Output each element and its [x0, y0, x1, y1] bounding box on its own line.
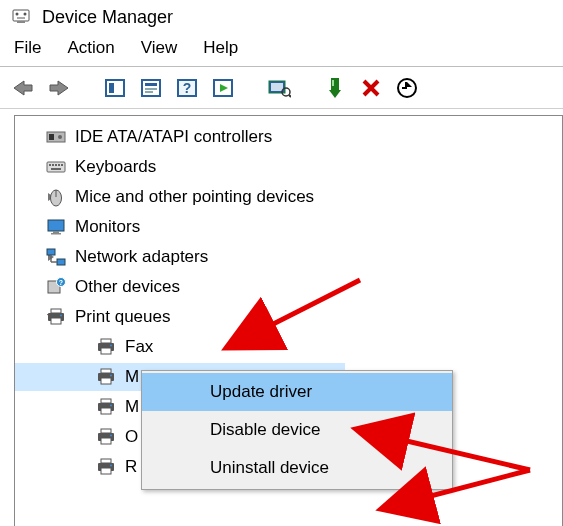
- svg-rect-45: [48, 220, 64, 231]
- svg-rect-70: [101, 399, 111, 403]
- svg-point-32: [58, 135, 62, 139]
- ctx-update-driver[interactable]: Update driver: [142, 373, 452, 411]
- svg-rect-78: [101, 459, 111, 463]
- tree-item-label: O: [125, 427, 138, 447]
- printer-icon: [95, 426, 117, 448]
- device-manager-icon: [10, 6, 32, 28]
- action-list-button[interactable]: [208, 73, 238, 103]
- svg-rect-40: [51, 168, 61, 170]
- tree-item-print-queues[interactable]: Print queues: [15, 302, 562, 332]
- menu-file[interactable]: File: [14, 38, 41, 58]
- back-button[interactable]: [8, 73, 38, 103]
- svg-rect-37: [55, 164, 57, 166]
- svg-point-81: [110, 465, 112, 467]
- uninstall-device-button[interactable]: [356, 73, 386, 103]
- tree-item-other[interactable]: ? Other devices: [15, 272, 562, 302]
- svg-rect-72: [101, 408, 111, 414]
- svg-marker-28: [407, 82, 412, 87]
- tree-item-label: M: [125, 397, 139, 417]
- tree-item-label: IDE ATA/ATAPI controllers: [75, 127, 272, 147]
- svg-rect-60: [51, 318, 61, 324]
- svg-rect-50: [57, 259, 65, 265]
- svg-rect-11: [145, 88, 157, 90]
- ide-icon: [45, 126, 67, 148]
- help-button[interactable]: ?: [172, 73, 202, 103]
- svg-rect-49: [47, 249, 55, 255]
- svg-rect-76: [101, 438, 111, 444]
- menu-view[interactable]: View: [141, 38, 178, 58]
- keyboard-icon: [45, 156, 67, 178]
- tree-item-label: M: [125, 367, 139, 387]
- svg-marker-22: [329, 90, 341, 98]
- monitor-icon: [45, 216, 67, 238]
- tree-item-label: Fax: [125, 337, 153, 357]
- tree-item-keyboards[interactable]: Keyboards: [15, 152, 562, 182]
- svg-point-3: [24, 13, 27, 16]
- forward-button[interactable]: [44, 73, 74, 103]
- update-driver-button[interactable]: [392, 73, 422, 103]
- show-hide-console-button[interactable]: [100, 73, 130, 103]
- context-menu: Update driver Disable device Uninstall d…: [141, 370, 453, 490]
- svg-rect-47: [51, 233, 61, 235]
- svg-rect-23: [332, 80, 334, 86]
- svg-point-69: [110, 375, 112, 377]
- svg-rect-39: [61, 164, 63, 166]
- svg-rect-68: [101, 378, 111, 384]
- tree-item-label: Network adapters: [75, 247, 208, 267]
- tree-item-label: Mice and other pointing devices: [75, 187, 314, 207]
- printer-icon: [45, 306, 67, 328]
- title-bar: Device Manager: [0, 0, 563, 30]
- menu-bar: File Action View Help: [0, 30, 563, 64]
- window-title: Device Manager: [42, 7, 173, 28]
- printer-icon: [95, 396, 117, 418]
- tree-item-label: R: [125, 457, 137, 477]
- svg-marker-5: [14, 81, 32, 95]
- tree-item-label: Keyboards: [75, 157, 156, 177]
- printer-icon: [95, 366, 117, 388]
- tree-item-monitors[interactable]: Monitors: [15, 212, 562, 242]
- svg-marker-27: [402, 82, 407, 89]
- svg-rect-1: [17, 21, 25, 23]
- svg-rect-35: [49, 164, 51, 166]
- svg-marker-6: [50, 81, 68, 95]
- enable-device-button[interactable]: [320, 73, 350, 103]
- mouse-icon: [45, 186, 67, 208]
- svg-rect-38: [58, 164, 60, 166]
- toolbar: ?: [0, 67, 563, 109]
- menu-help[interactable]: Help: [203, 38, 238, 58]
- svg-marker-16: [220, 84, 228, 92]
- ctx-disable-device[interactable]: Disable device: [142, 411, 452, 449]
- tree-item-label: Monitors: [75, 217, 140, 237]
- svg-rect-10: [145, 83, 157, 86]
- tree-item-fax[interactable]: Fax: [15, 332, 562, 362]
- svg-text:?: ?: [59, 279, 63, 286]
- scan-hardware-button[interactable]: [264, 73, 294, 103]
- device-tree[interactable]: IDE ATA/ATAPI controllers Keyboards Mice…: [14, 115, 563, 526]
- printer-icon: [95, 336, 117, 358]
- tree-item-label: Other devices: [75, 277, 180, 297]
- svg-rect-12: [145, 91, 153, 93]
- tree-item-label: Print queues: [75, 307, 170, 327]
- svg-rect-58: [51, 309, 61, 313]
- printer-icon: [95, 456, 117, 478]
- svg-rect-18: [271, 83, 283, 91]
- tree-item-mice[interactable]: Mice and other pointing devices: [15, 182, 562, 212]
- svg-rect-31: [49, 134, 54, 140]
- svg-rect-0: [13, 10, 29, 21]
- other-devices-icon: ?: [45, 276, 67, 298]
- svg-point-77: [110, 435, 112, 437]
- network-icon: [45, 246, 67, 268]
- ctx-uninstall-device[interactable]: Uninstall device: [142, 449, 452, 487]
- properties-button[interactable]: [136, 73, 166, 103]
- menu-action[interactable]: Action: [67, 38, 114, 58]
- svg-rect-7: [106, 80, 124, 96]
- svg-rect-74: [101, 429, 111, 433]
- svg-point-73: [110, 405, 112, 407]
- svg-line-20: [289, 95, 291, 97]
- tree-item-network[interactable]: Network adapters: [15, 242, 562, 272]
- tree-item-ide[interactable]: IDE ATA/ATAPI controllers: [15, 122, 562, 152]
- svg-point-61: [60, 315, 62, 317]
- svg-rect-34: [47, 162, 65, 172]
- svg-point-65: [110, 345, 112, 347]
- svg-rect-46: [53, 231, 59, 233]
